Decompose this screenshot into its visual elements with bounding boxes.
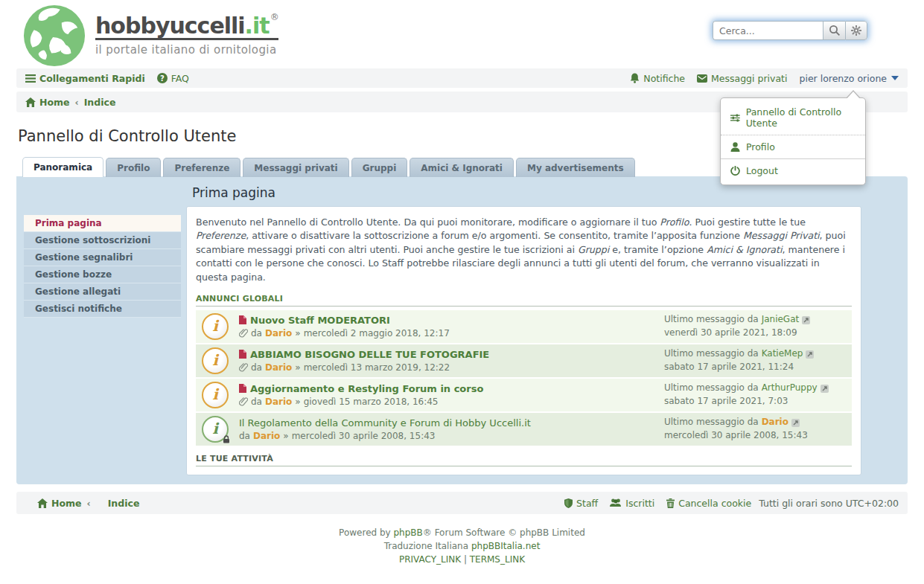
power-icon <box>730 166 740 176</box>
unread-file-icon <box>239 350 246 359</box>
advanced-search-button[interactable] <box>845 21 867 40</box>
translation-line: Traduzione Italiana phpBBItalia.net <box>0 539 924 553</box>
site-title: hobbyuccelli.it® <box>95 13 278 40</box>
home-icon <box>37 498 48 508</box>
author-link[interactable]: Dario <box>265 397 292 407</box>
search-submit-button[interactable] <box>823 21 845 40</box>
faq-link[interactable]: ? FAQ <box>157 73 189 84</box>
last-post-date: mercoledì 30 aprile 2008, 15:43 <box>664 429 846 442</box>
tab-my-advertisements[interactable]: My advertisements <box>516 158 635 177</box>
goto-last-post-icon[interactable] <box>802 316 810 324</box>
sidebar-item-gestione-segnalibri[interactable]: Gestione segnalibri <box>24 249 181 266</box>
tab-gruppi[interactable]: Gruppi <box>351 158 408 177</box>
sidebar-item-prima-pagina[interactable]: Prima pagina <box>24 215 181 232</box>
breadcrumb-home[interactable]: Home <box>25 97 70 108</box>
global-announcements-heading: ANNUNCI GLOBALI <box>196 294 852 307</box>
sidebar-item-gestisci-notifiche[interactable]: Gestisci notifiche <box>24 301 181 318</box>
tab-messaggi-privati[interactable]: Messaggi privati <box>243 158 348 177</box>
site-header: hobbyuccelli.it® il portale italiano di … <box>0 0 924 68</box>
tab-amici-ignorati[interactable]: Amici & Ignorati <box>410 158 514 177</box>
breadcrumb-separator: ‹ <box>87 498 91 509</box>
members-link[interactable]: Iscritti <box>610 498 654 509</box>
site-logo[interactable]: hobbyuccelli.it® il portale italiano di … <box>22 4 278 68</box>
delete-cookies-link[interactable]: Cancella cookie <box>666 498 751 509</box>
last-poster-link[interactable]: Dario <box>762 416 788 429</box>
ucp-sidebar: Prima pagina Gestione sottoscrizioni Ges… <box>24 215 181 318</box>
announcement-row: i Il Regolamento della Community e Forum… <box>196 413 852 446</box>
unread-file-icon <box>239 384 246 393</box>
announcement-info-icon: i <box>202 347 229 374</box>
last-post-date: venerdì 30 aprile 2021, 18:09 <box>664 327 846 339</box>
sidebar-item-gestione-allegati[interactable]: Gestione allegati <box>24 283 181 301</box>
phpbb-link[interactable]: phpBB <box>394 527 423 538</box>
envelope-icon <box>697 74 707 83</box>
tab-profilo[interactable]: Profilo <box>106 158 161 177</box>
unread-file-icon <box>239 315 246 324</box>
breadcrumb-index[interactable]: Indice <box>84 97 116 108</box>
users-icon <box>610 498 622 507</box>
tab-panoramica[interactable]: Panoramica <box>22 157 103 177</box>
topic-link[interactable]: Aggiornamento e Restyling Forum in corso <box>250 383 483 394</box>
footer-breadcrumb-home[interactable]: Home <box>37 498 82 509</box>
last-poster-link[interactable]: KatieMep <box>762 347 803 360</box>
sidebar-item-gestione-bozze[interactable]: Gestione bozze <box>24 266 181 283</box>
ucp-page: hobbyuccelli.it® il portale italiano di … <box>0 0 924 584</box>
topic-link[interactable]: Il Regolamento della Community e Forum d… <box>239 417 531 429</box>
menu-item-profile[interactable]: Profilo <box>721 135 865 159</box>
post-date: giovedì 15 marzo 2018, 16:45 <box>304 397 439 407</box>
panel-heading: Prima pagina <box>192 185 275 200</box>
author-link[interactable]: Dario <box>265 328 292 338</box>
search-input[interactable] <box>713 21 823 40</box>
last-post-date: sabato 17 aprile 2021, 7:03 <box>664 395 846 408</box>
trash-icon <box>666 498 675 508</box>
announcement-info-icon: i <box>202 313 229 340</box>
privacy-link[interactable]: PRIVACY_LINK <box>399 554 461 565</box>
author-link[interactable]: Dario <box>265 362 292 373</box>
svg-text:?: ? <box>160 74 165 83</box>
goto-last-post-icon[interactable] <box>821 385 829 393</box>
tab-preferenze[interactable]: Preferenze <box>163 158 240 177</box>
globe-birds-logo-icon <box>22 4 86 68</box>
last-poster-link[interactable]: ArthurPuppy <box>762 382 818 394</box>
site-title-main: hobbyuccelli <box>95 13 245 39</box>
user-menu-toggle[interactable]: pier lorenzo orione <box>799 73 899 84</box>
terms-link[interactable]: TERMS_LINK <box>470 554 525 565</box>
shield-icon <box>564 498 573 508</box>
site-credits: Powered by phpBB® Forum Software © phpBB… <box>0 526 924 566</box>
topic-link[interactable]: Nuovo Staff MODERATORI <box>250 315 390 326</box>
post-date: mercoledì 30 aprile 2008, 15:43 <box>292 431 436 441</box>
footer-bar: Home ‹ Indice Staff Iscritti Cancella co… <box>16 492 908 514</box>
phpbbitalia-link[interactable]: phpBBItalia.net <box>471 541 540 551</box>
powered-by-line: Powered by phpBB® Forum Software © phpBB… <box>0 526 924 539</box>
goto-last-post-icon[interactable] <box>806 350 814 359</box>
chevron-down-icon <box>891 76 899 80</box>
staff-link[interactable]: Staff <box>564 498 598 509</box>
site-tagline: il portale italiano di ornitologia <box>95 43 278 57</box>
announcement-row: i Aggiornamento e Restyling Forum in cor… <box>196 379 852 411</box>
notifications-link[interactable]: Notifiche <box>630 73 685 84</box>
menu-item-logout[interactable]: Logout <box>721 159 865 182</box>
footer-breadcrumb-index[interactable]: Indice <box>108 498 140 509</box>
stat-row-joined: Iscritto il: giovedì 25 giugno 2009, 16:… <box>196 473 852 475</box>
welcome-text: Benvenuto nel Pannello di Controllo Uten… <box>196 216 852 284</box>
author-link[interactable]: Dario <box>253 431 280 441</box>
last-poster-link[interactable]: JanieGat <box>762 313 800 326</box>
sliders-icon <box>730 113 740 123</box>
header-search <box>713 21 867 40</box>
goto-last-post-icon[interactable] <box>791 419 800 427</box>
sidebar-item-gestione-sottoscrizioni[interactable]: Gestione sottoscrizioni <box>24 232 181 249</box>
announcement-row: i ABBIAMO BISOGNO DELLE TUE FOTOGRAFIE d… <box>196 344 852 377</box>
search-icon <box>829 25 841 36</box>
gear-icon <box>850 25 862 36</box>
quick-links-menu[interactable]: Collegamenti Rapidi <box>25 73 145 84</box>
announcement-info-icon: i <box>202 382 229 408</box>
ucp-content: Benvenuto nel Pannello di Controllo Uten… <box>186 206 861 475</box>
question-circle-icon: ? <box>157 73 168 83</box>
activity-stats: Iscritto il: giovedì 25 giugno 2009, 16:… <box>196 473 852 475</box>
user-dropdown-menu: Pannello di Controllo Utente Profilo Log… <box>720 97 866 185</box>
announcement-row: i Nuovo Staff MODERATORI da Dario » merc… <box>196 310 852 343</box>
site-title-suffix: .it <box>245 13 270 39</box>
menu-item-ucp[interactable]: Pannello di Controllo Utente <box>721 100 865 135</box>
topic-link[interactable]: ABBIAMO BISOGNO DELLE TUE FOTOGRAFIE <box>250 349 489 360</box>
private-messages-link[interactable]: Messaggi privati <box>697 73 787 84</box>
